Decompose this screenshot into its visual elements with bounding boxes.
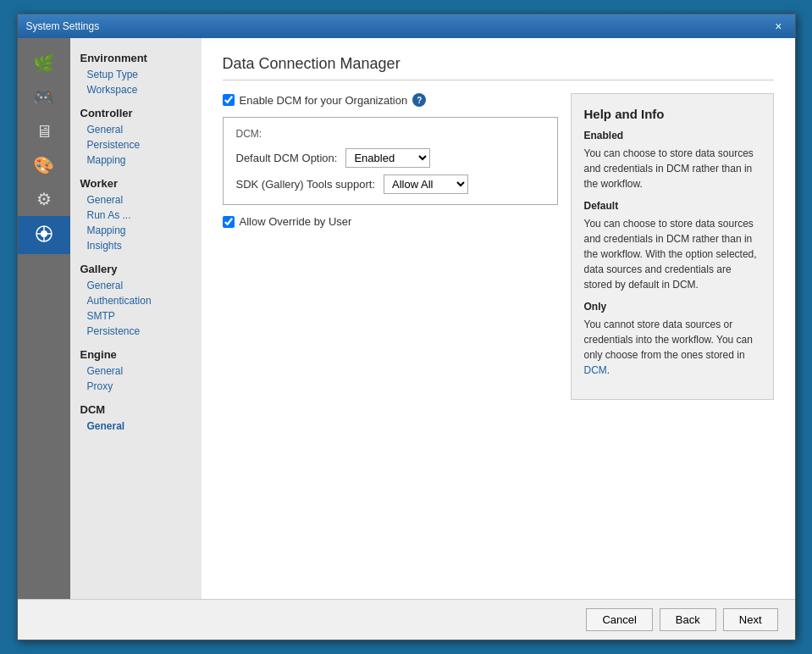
default-option-select[interactable]: Enabled Default Only [345,148,430,168]
nav-section-worker: Worker General Run As ... Mapping Insigh… [70,172,202,253]
nav-item-controller-mapping[interactable]: Mapping [70,152,202,168]
default-option-row: Default DCM Option: Enabled Default Only [236,148,544,168]
footer: Cancel Back Next [18,599,795,640]
help-panel: Help and Info Enabled You can choose to … [571,93,774,400]
nav-section-title-engine: Engine [70,343,202,363]
nav-item-workspace[interactable]: Workspace [70,82,202,97]
enable-dcm-row: Enable DCM for your Organization ? [223,93,558,107]
nav-item-worker-runas[interactable]: Run As ... [70,208,202,223]
engine-icon: ⚙ [36,191,52,208]
main-content: Data Connection Manager Enable DCM for y… [202,38,795,599]
dcm-link[interactable]: DCM [584,364,607,376]
nav-item-engine-general[interactable]: General [70,363,202,379]
help-section-only-text: You cannot store data sources or credent… [584,317,760,378]
nav-item-gallery-smtp[interactable]: SMTP [70,308,202,324]
nav-section-title-gallery: Gallery [70,258,202,278]
nav-item-worker-insights[interactable]: Insights [70,238,202,253]
help-section-enabled-title: Enabled [584,130,760,141]
nav-section-title-worker: Worker [70,172,202,192]
help-icon[interactable]: ? [412,93,426,107]
nav-item-setup-type[interactable]: Setup Type [70,67,202,82]
help-panel-title: Help and Info [584,107,760,121]
nav-section-dcm: DCM General [70,398,202,434]
content-area: 🌿 🎮 🖥 🎨 ⚙ [18,38,795,599]
icon-sidebar: 🌿 🎮 🖥 🎨 ⚙ [18,38,70,599]
nav-item-worker-mapping[interactable]: Mapping [70,223,202,238]
system-settings-window: System Settings × 🌿 🎮 🖥 🎨 ⚙ [17,14,796,640]
nav-sidebar: Environment Setup Type Workspace Control… [70,38,202,599]
nav-item-dcm-general[interactable]: General [70,418,202,434]
nav-item-gallery-persistence[interactable]: Persistence [70,324,202,339]
sidebar-icon-engine[interactable]: ⚙ [18,182,70,216]
title-bar: System Settings × [18,14,795,38]
window-title: System Settings [26,20,100,32]
dcm-box-title: DCM: [236,128,544,140]
cancel-button[interactable]: Cancel [586,608,652,631]
enable-dcm-checkbox[interactable] [223,94,235,106]
nav-item-engine-proxy[interactable]: Proxy [70,379,202,394]
back-button[interactable]: Back [660,608,716,631]
nav-item-gallery-general[interactable]: General [70,278,202,293]
sdk-support-select[interactable]: Allow All Allow None [384,175,468,194]
controller-icon: 🎮 [33,89,54,106]
nav-item-controller-persistence[interactable]: Persistence [70,137,202,152]
override-label[interactable]: Allow Override by User [240,215,352,228]
page-title: Data Connection Manager [223,55,774,80]
help-section-only-title: Only [584,301,760,313]
default-option-label: Default DCM Option: [236,152,338,164]
nav-section-gallery: Gallery General Authentication SMTP Pers… [70,258,202,339]
nav-section-title-dcm: DCM [70,398,202,418]
dcm-icon [35,224,53,246]
main-form: Enable DCM for your Organization ? DCM: … [223,93,558,400]
nav-item-gallery-authentication[interactable]: Authentication [70,293,202,308]
nav-section-title-environment: Environment [70,47,202,67]
enable-dcm-label[interactable]: Enable DCM for your Organization [240,94,408,107]
nav-item-controller-general[interactable]: General [70,122,202,137]
gallery-icon: 🎨 [33,157,54,174]
help-section-default-title: Default [584,200,760,212]
sidebar-icon-environment[interactable]: 🌿 [18,47,70,80]
sidebar-icon-controller[interactable]: 🎮 [18,80,70,114]
override-checkbox[interactable] [223,216,235,228]
next-button[interactable]: Next [723,608,778,631]
help-section-enabled-text: You can choose to store data sources and… [584,146,760,191]
worker-icon: 🖥 [36,123,52,140]
nav-section-environment: Environment Setup Type Workspace [70,47,202,97]
dcm-options-box: DCM: Default DCM Option: Enabled Default… [223,117,558,205]
nav-section-controller: Controller General Persistence Mapping [70,102,202,168]
nav-item-worker-general[interactable]: General [70,192,202,208]
sdk-support-row: SDK (Gallery) Tools support: Allow All A… [236,175,544,194]
sidebar-icon-worker[interactable]: 🖥 [18,114,70,148]
override-row: Allow Override by User [223,215,558,228]
sidebar-icon-dcm[interactable] [18,216,70,254]
sidebar-icon-gallery[interactable]: 🎨 [18,148,70,182]
environment-icon: 🌿 [33,55,54,72]
nav-section-title-controller: Controller [70,102,202,122]
main-inner: Enable DCM for your Organization ? DCM: … [223,93,774,400]
help-section-default-text: You can choose to store data sources and… [584,216,760,292]
sdk-support-label: SDK (Gallery) Tools support: [236,178,376,191]
nav-section-engine: Engine General Proxy [70,343,202,394]
close-button[interactable]: × [771,19,786,34]
